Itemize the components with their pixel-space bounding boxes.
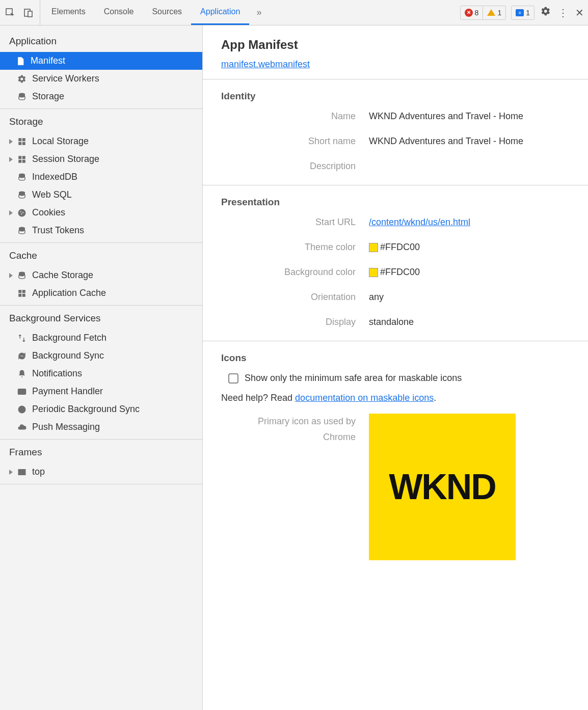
inspect-icon[interactable]: [4, 7, 16, 19]
db-icon: [17, 226, 27, 236]
svg-rect-24: [18, 389, 26, 394]
sidebar-section-title: Storage: [0, 109, 202, 132]
svg-rect-11: [22, 159, 25, 162]
sidebar-item-payment-handler[interactable]: Payment Handler: [0, 383, 202, 400]
error-icon: ✕: [465, 9, 473, 17]
toolbar-right: ⋮ ✕: [537, 6, 584, 19]
errors-badge[interactable]: ✕ 8: [461, 6, 484, 19]
field-shortname: Short name WKND Adventures and Travel - …: [221, 136, 570, 147]
close-icon[interactable]: ✕: [575, 7, 584, 19]
sidebar-item-periodic-background-sync[interactable]: Periodic Background Sync: [0, 400, 202, 418]
expand-triangle-icon[interactable]: [9, 273, 13, 278]
sidebar-item-indexeddb[interactable]: IndexedDB: [0, 168, 202, 186]
orientation-value: any: [369, 292, 384, 303]
tab-application[interactable]: Application: [191, 0, 249, 25]
expand-triangle-icon[interactable]: [9, 139, 13, 144]
themecolor-swatch: [369, 243, 378, 252]
tab-console[interactable]: Console: [95, 0, 143, 25]
devtools-toolbar: Elements Console Sources Application » ✕…: [0, 0, 588, 25]
svg-rect-8: [18, 156, 21, 159]
manifest-file-link[interactable]: manifest.webmanifest: [221, 59, 310, 69]
sidebar-item-cookies[interactable]: Cookies: [0, 204, 202, 222]
primary-icon-row: Primary icon as used by Chrome WKND: [221, 414, 570, 560]
grid-icon: [17, 154, 27, 165]
sidebar-item-background-fetch[interactable]: Background Fetch: [0, 329, 202, 347]
sidebar-item-label: Service Workers: [32, 73, 99, 84]
grid-icon: [17, 136, 27, 147]
gear-icon: [17, 74, 27, 84]
svg-rect-7: [22, 142, 25, 145]
sidebar: ApplicationManifestService WorkersStorag…: [0, 25, 203, 710]
sidebar-item-label: Manifest: [31, 56, 65, 66]
sidebar-item-push-messaging[interactable]: Push Messaging: [0, 418, 202, 436]
expand-triangle-icon[interactable]: [9, 157, 13, 162]
sidebar-item-storage[interactable]: Storage: [0, 88, 202, 105]
sidebar-item-cache-storage[interactable]: Cache Storage: [0, 266, 202, 284]
sidebar-item-background-sync[interactable]: Background Sync: [0, 347, 202, 365]
svg-rect-10: [18, 159, 21, 162]
svg-point-15: [20, 211, 21, 212]
sidebar-item-manifest[interactable]: Manifest: [0, 52, 202, 70]
status-badges[interactable]: ✕ 8 1: [460, 6, 506, 20]
description-label: Description: [221, 161, 356, 172]
card-icon: [17, 387, 27, 397]
sync-icon: [17, 351, 27, 361]
sidebar-item-label: Push Messaging: [32, 422, 100, 432]
sidebar-item-service-workers[interactable]: Service Workers: [0, 70, 202, 88]
display-value: standalone: [369, 317, 414, 327]
tab-sources[interactable]: Sources: [143, 0, 191, 25]
sidebar-section: StorageLocal StorageSession StorageIndex…: [0, 109, 202, 243]
db-icon: [17, 172, 27, 182]
bgcolor-swatch: [369, 268, 378, 277]
name-label: Name: [221, 111, 356, 122]
warnings-badge[interactable]: 1: [483, 6, 505, 19]
db-icon: [17, 190, 27, 200]
sidebar-item-notifications[interactable]: Notifications: [0, 365, 202, 383]
svg-rect-27: [18, 469, 25, 475]
expand-triangle-icon[interactable]: [9, 470, 13, 475]
device-toggle-icon[interactable]: [22, 7, 35, 19]
field-starturl: Start URL /content/wknd/us/en.html: [221, 217, 570, 228]
kebab-menu-icon[interactable]: ⋮: [558, 7, 568, 19]
maskable-checkbox-row: Show only the minimum safe area for mask…: [228, 373, 570, 384]
fetch-icon: [17, 333, 27, 343]
messages-badge-group[interactable]: ≡ 1: [511, 6, 534, 20]
sidebar-item-trust-tokens[interactable]: Trust Tokens: [0, 222, 202, 239]
maskable-doc-link[interactable]: documentation on maskable icons: [295, 393, 434, 403]
sidebar-item-session-storage[interactable]: Session Storage: [0, 150, 202, 168]
presentation-title: Presentation: [221, 197, 570, 208]
svg-rect-9: [22, 156, 25, 159]
sidebar-section-title: Cache: [0, 243, 202, 266]
sidebar-item-label: top: [32, 467, 45, 477]
sidebar-section: CacheCache StorageApplication Cache: [0, 243, 202, 306]
sidebar-item-label: Cache Storage: [32, 270, 93, 281]
sidebar-item-label: Background Fetch: [32, 333, 106, 343]
expand-triangle-icon[interactable]: [9, 210, 13, 215]
more-tabs-icon[interactable]: »: [251, 7, 266, 18]
sidebar-section-title: Background Services: [0, 306, 202, 329]
maskable-checkbox[interactable]: [228, 373, 238, 384]
svg-rect-21: [22, 290, 25, 293]
errors-count: 8: [475, 9, 479, 17]
shortname-label: Short name: [221, 136, 356, 147]
messages-badge[interactable]: ≡ 1: [512, 6, 534, 19]
icons-section: Icons Show only the minimum safe area fo…: [203, 341, 588, 571]
cookie-icon: [17, 208, 27, 218]
tab-elements[interactable]: Elements: [42, 0, 95, 25]
sidebar-item-label: Cookies: [32, 207, 65, 218]
sidebar-item-web-sql[interactable]: Web SQL: [0, 186, 202, 204]
sidebar-item-application-cache[interactable]: Application Cache: [0, 284, 202, 302]
svg-rect-5: [22, 138, 25, 141]
name-value: WKND Adventures and Travel - Home: [369, 111, 523, 122]
sidebar-item-label: Trust Tokens: [32, 225, 84, 236]
sidebar-item-local-storage[interactable]: Local Storage: [0, 132, 202, 150]
sidebar-section-title: Frames: [0, 440, 202, 463]
maskable-checkbox-label: Show only the minimum safe area for mask…: [245, 373, 462, 384]
field-name: Name WKND Adventures and Travel - Home: [221, 111, 570, 122]
themecolor-label: Theme color: [221, 242, 356, 253]
settings-icon[interactable]: [541, 6, 551, 19]
starturl-value[interactable]: /content/wknd/us/en.html: [369, 217, 470, 228]
sidebar-item-top[interactable]: top: [0, 463, 202, 481]
svg-rect-2: [28, 11, 32, 17]
identity-section: Identity Name WKND Adventures and Travel…: [203, 79, 588, 185]
